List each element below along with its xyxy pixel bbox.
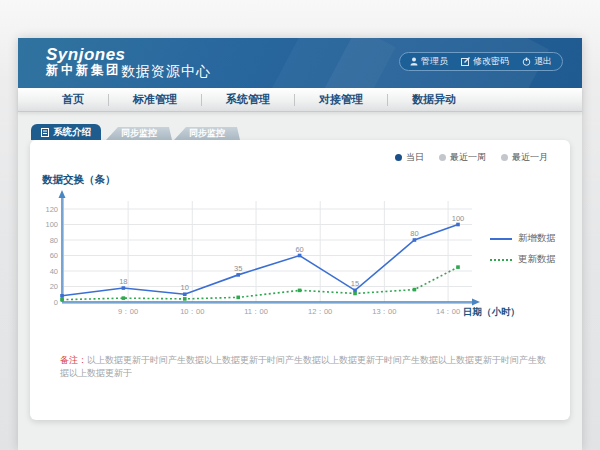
- logo: Synjones 新中新集团: [46, 46, 126, 77]
- logout-label: 退出: [534, 55, 552, 68]
- header-decoration: [250, 38, 395, 88]
- svg-text:18: 18: [119, 277, 127, 286]
- page-background: Synjones 新中新集团 数据资源中心 管理员 修改密码 退出: [0, 0, 600, 450]
- footer-note: 备注：以上数据更新于时间产生数据以上数据更新于时间产生数据以上数据更新于时间产生…: [60, 354, 546, 379]
- line-chart-svg: 0204060801001209：0010：0011：0012：0013：001…: [35, 188, 525, 330]
- note-text: 以上数据更新于时间产生数据以上数据更新于时间产生数据以上数据更新于时间产生数据以…: [60, 355, 546, 378]
- nav-item-data-change[interactable]: 数据异动: [388, 92, 480, 107]
- svg-text:14：00: 14：00: [436, 307, 460, 316]
- svg-text:日期（小时）: 日期（小时）: [463, 306, 520, 318]
- svg-text:120: 120: [45, 205, 58, 214]
- logo-text-cn: 新中新集团: [46, 64, 126, 77]
- svg-text:100: 100: [45, 220, 58, 229]
- main-nav: 首页 标准管理 系统管理 对接管理 数据异动: [18, 88, 582, 112]
- tab-sync-monitor-2[interactable]: 同步监控: [174, 127, 240, 140]
- edit-icon: [461, 57, 470, 66]
- svg-text:15: 15: [351, 279, 359, 288]
- page-title: 数据资源中心: [121, 63, 211, 81]
- nav-item-home[interactable]: 首页: [38, 92, 108, 107]
- svg-text:13：00: 13：00: [372, 307, 396, 316]
- tab-sync-monitor-1[interactable]: 同步监控: [106, 127, 172, 140]
- svg-text:11：00: 11：00: [244, 307, 268, 316]
- content-panel: 当日 最近一周 最近一月 数据交换（条） 0204060801001209：00…: [30, 140, 570, 420]
- user-icon: [410, 57, 418, 66]
- app-header: Synjones 新中新集团 数据资源中心 管理员 修改密码 退出: [18, 38, 582, 88]
- radio-label: 最近一周: [450, 151, 486, 164]
- note-label: 备注：: [60, 355, 87, 365]
- period-filter-group: 当日 最近一周 最近一月: [395, 151, 548, 164]
- app-window: Synjones 新中新集团 数据资源中心 管理员 修改密码 退出: [18, 38, 582, 450]
- svg-text:10：00: 10：00: [180, 307, 204, 316]
- radio-dot-icon: [439, 154, 446, 161]
- user-name: 管理员: [421, 55, 448, 68]
- legend-item-new-data: 新增数据: [490, 232, 556, 245]
- svg-text:100: 100: [452, 214, 465, 223]
- nav-item-system-mgmt[interactable]: 系统管理: [202, 92, 294, 107]
- legend-item-update-data: 更新数据: [490, 253, 556, 266]
- radio-label: 当日: [406, 151, 424, 164]
- svg-text:60: 60: [295, 245, 303, 254]
- tab-label: 同步监控: [121, 127, 157, 140]
- legend-label: 更新数据: [518, 253, 556, 266]
- radio-dot-icon: [501, 154, 508, 161]
- svg-text:80: 80: [50, 236, 58, 245]
- svg-text:80: 80: [410, 229, 418, 238]
- nav-item-integration-mgmt[interactable]: 对接管理: [295, 92, 387, 107]
- radio-today[interactable]: 当日: [395, 151, 424, 164]
- radio-dot-icon: [395, 154, 402, 161]
- svg-text:20: 20: [50, 282, 58, 291]
- change-password-button[interactable]: 修改密码: [461, 55, 509, 68]
- user-toolbar: 管理员 修改密码 退出: [399, 52, 563, 71]
- tab-label: 系统介绍: [53, 126, 91, 139]
- change-password-label: 修改密码: [473, 55, 509, 68]
- y-axis-title: 数据交换（条）: [42, 173, 116, 187]
- svg-text:35: 35: [234, 264, 242, 273]
- svg-text:0: 0: [54, 298, 58, 307]
- legend-line-sample-blue: [490, 238, 512, 240]
- radio-label: 最近一月: [512, 151, 548, 164]
- chart-legend: 新增数据 更新数据: [490, 232, 556, 266]
- svg-text:40: 40: [50, 267, 58, 276]
- legend-line-sample-green: [490, 259, 512, 261]
- user-menu[interactable]: 管理员: [410, 55, 448, 68]
- svg-text:10: 10: [181, 283, 189, 292]
- logout-button[interactable]: 退出: [522, 55, 552, 68]
- tab-label: 同步监控: [189, 127, 225, 140]
- radio-last-week[interactable]: 最近一周: [439, 151, 486, 164]
- legend-label: 新增数据: [518, 232, 556, 245]
- logo-text-en: Synjones: [46, 46, 126, 64]
- document-icon: [41, 128, 49, 137]
- radio-last-month[interactable]: 最近一月: [501, 151, 548, 164]
- nav-item-standard-mgmt[interactable]: 标准管理: [109, 92, 201, 107]
- data-exchange-chart: 0204060801001209：0010：0011：0012：0013：001…: [35, 188, 525, 330]
- tab-system-intro[interactable]: 系统介绍: [31, 124, 101, 140]
- logout-icon: [522, 57, 531, 66]
- svg-text:9：00: 9：00: [118, 307, 138, 316]
- svg-text:60: 60: [50, 251, 58, 260]
- svg-text:12：00: 12：00: [308, 307, 332, 316]
